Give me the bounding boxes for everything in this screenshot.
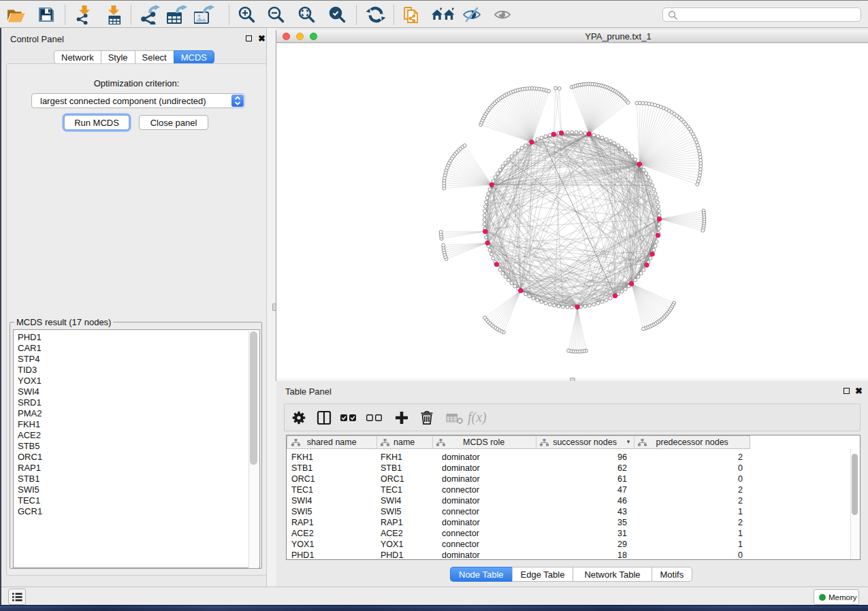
- svg-text:f(x): f(x): [468, 410, 487, 425]
